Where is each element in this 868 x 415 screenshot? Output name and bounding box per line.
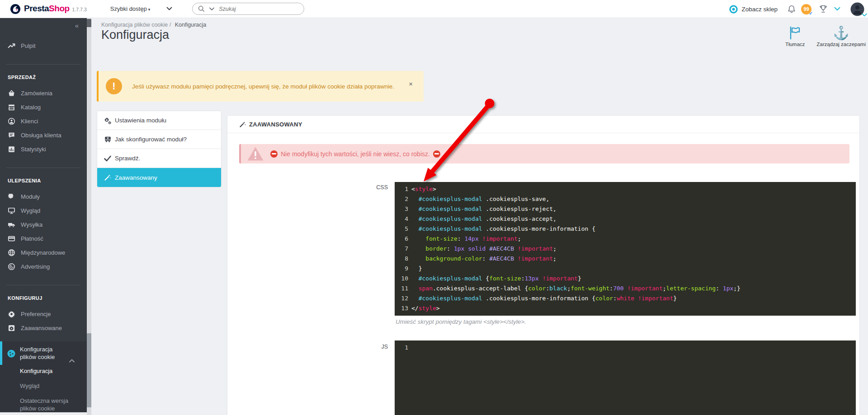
- stats-icon: [8, 145, 15, 153]
- sidebar-nav: « Pulpit SPRZEDAŻZamówieniaKatalogKlienc…: [0, 18, 87, 415]
- chevron-down-icon[interactable]: [166, 7, 172, 11]
- design-icon: [8, 207, 15, 214]
- scrollbar-thumb[interactable]: [87, 333, 91, 407]
- sidebar-item-label: Zamówienia: [21, 90, 52, 97]
- search-input[interactable]: [219, 6, 282, 12]
- sidebar-scrollbar[interactable]: [87, 18, 91, 415]
- module-tab-list: Ustawienia modułuJak skonfigurować moduł…: [97, 111, 222, 187]
- translate-button[interactable]: Tłumacz: [785, 26, 805, 47]
- js-code-editor[interactable]: 1: [395, 340, 856, 415]
- code-line: 2 #cookiesplus-modal .cookiesplus-save,: [395, 194, 856, 204]
- sidebar-item-pulpit[interactable]: Pulpit: [0, 39, 87, 53]
- sidebar-item-label: Moduły: [21, 193, 40, 200]
- sidebar-section-title: KONFIGURUJ: [0, 285, 87, 307]
- modules-icon: [8, 193, 15, 201]
- wand-icon: [239, 121, 246, 128]
- sidebar-item-label: Klienci: [21, 118, 38, 125]
- line-number: 1: [395, 343, 408, 353]
- chevron-down-icon[interactable]: [862, 13, 867, 17]
- sidebar-item-wygl-d[interactable]: Wygląd: [0, 204, 87, 218]
- view-shop-link[interactable]: Zobacz sklep: [729, 5, 778, 14]
- line-number: 6: [395, 234, 408, 244]
- line-number: 1: [395, 184, 408, 194]
- sidebar-item-mi-dzynarodowe[interactable]: Międzynarodowe: [0, 246, 87, 260]
- module-tab-zaawansowany[interactable]: Zaawansowany: [97, 168, 221, 187]
- quick-access-dropdown[interactable]: Szybki dostęp▾: [110, 5, 150, 12]
- sidebar-item-zaawansowane[interactable]: Zaawansowane: [0, 321, 87, 335]
- module-tab-label: Zaawansowany: [115, 174, 157, 181]
- module-tab-ustawienia-modułu[interactable]: Ustawienia modułu: [97, 111, 221, 130]
- sidebar-item-katalog[interactable]: Katalog: [0, 100, 87, 114]
- code-line: 3 #cookiesplus-modal .cookiesplus-reject…: [395, 204, 856, 214]
- sidebar-item-statystyki[interactable]: Statystyki: [0, 142, 87, 156]
- chevron-up-icon[interactable]: [67, 356, 76, 365]
- sidebar-item-label: Obsługa klienta: [21, 132, 61, 139]
- breadcrumb: Konfiguracja plików cookie / Konfiguracj…: [101, 22, 206, 28]
- css-hint-text: Umieść skrypt pomiędzy tagami <style></s…: [396, 318, 526, 325]
- catalog-icon: [8, 103, 15, 111]
- code-line: 4 #cookiesplus-modal .cookiesplus-accept…: [395, 214, 856, 224]
- bus-icon: [104, 135, 112, 144]
- sidebar-subitem-konfiguracja[interactable]: Konfiguracja: [20, 367, 80, 375]
- sidebar-item-advertising[interactable]: Advertising: [0, 260, 87, 274]
- code-text: #cookiesplus-modal .cookiesplus-more-inf…: [408, 294, 677, 303]
- prestashop-squirrel-icon: [10, 4, 21, 14]
- line-number: 13: [395, 303, 408, 313]
- code-text: <style>: [408, 184, 436, 194]
- sidebar-subitem-ostateczna-wersja-plik-w-cookie[interactable]: Ostateczna wersja plików cookie: [20, 397, 80, 412]
- sidebar-item-zam-wienia[interactable]: Zamówienia: [0, 86, 87, 100]
- panel-header: ZAAWANSOWANY: [227, 116, 859, 133]
- search-box[interactable]: [192, 3, 304, 15]
- sidebar-item-obs-uga-klienta[interactable]: Obsługa klienta: [0, 128, 87, 142]
- notification-badge[interactable]: 99 ✓: [801, 4, 811, 14]
- sidebar-item-wysy-ka[interactable]: Wysyłka: [0, 218, 87, 232]
- prestashop-logo[interactable]: PrestaShop 1.7.7.3: [10, 4, 87, 14]
- sidebar-subitem-wygl-d[interactable]: Wygląd: [20, 382, 80, 390]
- breadcrumb-parent[interactable]: Konfiguracja plików cookie /: [101, 22, 171, 28]
- module-tab-sprawdź[interactable]: Sprawdź.: [97, 149, 221, 168]
- sidebar-item-label: Międzynarodowe: [21, 249, 65, 256]
- code-text: background-color: #AEC4CB !important;: [408, 254, 557, 264]
- close-icon[interactable]: ×: [409, 80, 413, 88]
- trend-icon: [8, 42, 15, 50]
- sidebar-item-modu-y[interactable]: Moduły: [0, 190, 87, 204]
- sidebar-cookie-module-block: Konfiguracja plików cookie KonfiguracjaW…: [0, 341, 87, 415]
- code-text: border: 1px solid #AEC4CB !important;: [408, 244, 557, 254]
- brand-shop: Shop: [49, 4, 70, 14]
- sidebar-collapse-button[interactable]: «: [75, 22, 79, 29]
- version-label: 1.7.7.3: [72, 7, 87, 12]
- code-line: 10 #cookiesplus-modal {font-size:13px !i…: [395, 274, 856, 284]
- advanced-icon: [8, 324, 15, 332]
- eye-icon: [729, 5, 738, 14]
- css-field-label: CSS: [361, 184, 388, 191]
- line-number: 2: [395, 194, 408, 204]
- chevron-down-icon[interactable]: [834, 7, 840, 11]
- no-entry-icon: [433, 150, 440, 158]
- trophy-icon[interactable]: [819, 5, 828, 14]
- cookie-icon: [7, 349, 16, 358]
- sidebar-item-p-atno-[interactable]: Płatność: [0, 232, 87, 246]
- search-scope-chevron-icon[interactable]: [209, 7, 214, 11]
- code-text: span.cookiesplus-accept-label {color:bla…: [408, 284, 741, 294]
- scrollbar-up-button[interactable]: [87, 19, 91, 27]
- advanced-panel: ZAAWANSOWANY Nie modyfikuj tych wartości…: [227, 115, 860, 415]
- sidebar-item-klienci[interactable]: Klienci: [0, 114, 87, 128]
- css-code-editor[interactable]: 1<style>2 #cookiesplus-modal .cookiesplu…: [395, 182, 856, 316]
- top-bar: PrestaShop 1.7.7.3 Szybki dostęp▾ Zobacz…: [0, 0, 868, 18]
- notifications-bell-icon[interactable]: [788, 5, 796, 14]
- module-tab-label: Jak skonfigurować moduł?: [115, 136, 187, 143]
- code-line: 11 span.cookiesplus-accept-label {color:…: [395, 284, 856, 294]
- code-text: #cookiesplus-modal .cookiesplus-save,: [408, 194, 549, 204]
- line-number: 10: [395, 274, 408, 284]
- code-line: 1<style>: [395, 184, 856, 194]
- code-line: 9 }: [395, 264, 856, 274]
- code-line: 7 border: 1px solid #AEC4CB !important;: [395, 244, 856, 254]
- sidebar-item-cookie-config[interactable]: Konfiguracja plików cookie: [0, 345, 87, 361]
- manage-hooks-button[interactable]: ⚓ Zarządzaj zaczepami: [816, 26, 866, 47]
- code-line: 1: [395, 343, 856, 353]
- module-tab-jak-skonfigurować-moduł[interactable]: Jak skonfigurować moduł?: [97, 130, 221, 149]
- search-icon: [198, 5, 205, 12]
- sidebar-item-preferencje[interactable]: Preferencje: [0, 307, 87, 321]
- sidebar-item-label: Katalog: [21, 104, 41, 111]
- customers-icon: [8, 117, 15, 125]
